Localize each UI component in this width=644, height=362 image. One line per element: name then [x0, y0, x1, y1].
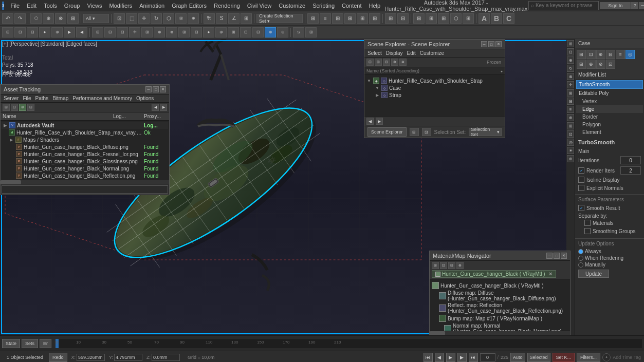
vp-icon-camera[interactable]: ◎ — [567, 139, 574, 146]
mn-close-btn[interactable]: ✕ — [561, 253, 567, 259]
at-menu-server[interactable]: Server — [4, 96, 19, 101]
angle-snap-btn[interactable]: ∠ — [228, 13, 240, 24]
tb2-btn8[interactable]: ⊞ — [92, 27, 103, 37]
selected-dropdown[interactable]: Selected — [527, 353, 550, 362]
at-nav-left[interactable]: ◀ — [152, 104, 159, 111]
ts-render-checkbox[interactable] — [578, 167, 584, 174]
at-minimize-btn[interactable]: ─ — [145, 86, 152, 92]
se-menu-customize[interactable]: Customize — [420, 50, 444, 56]
smoothing-groups-row[interactable]: Smoothing Groups — [578, 227, 641, 235]
menu-help[interactable]: Help — [366, 2, 384, 10]
se-tb-btn5[interactable]: ⊗ — [399, 59, 407, 66]
mn-row-4[interactable]: Normal map: Normal (Hunter_Gun_case_hang… — [432, 322, 568, 331]
vp-icon-2[interactable]: ⊡ — [567, 48, 574, 55]
menu-file[interactable]: File — [7, 2, 23, 10]
mn-row-1[interactable]: Diffuse map: Diffuse (Hunter_Gun_case_ha… — [432, 290, 568, 302]
tb2-btn2[interactable]: ⊡ — [14, 27, 26, 37]
when-rendering-radio[interactable] — [578, 256, 583, 261]
modifier-sub-border[interactable]: Border — [576, 113, 643, 121]
minimize-btn[interactable]: ─ — [639, 2, 644, 9]
bind-btn[interactable]: ⊞ — [67, 13, 79, 24]
tb2-btn1[interactable]: ⊞ — [2, 27, 13, 37]
when-rendering-row[interactable]: When Rendering — [578, 255, 641, 261]
at-menu-perf[interactable]: Performance and Memory — [72, 96, 132, 101]
menu-civil-view[interactable]: Civil View — [244, 2, 274, 10]
sets-btn[interactable]: Sets — [22, 339, 38, 348]
tb2-btn11[interactable]: ✛ — [129, 27, 140, 37]
smooth-result-checkbox[interactable] — [578, 205, 584, 211]
set-key-btn[interactable]: Set K... — [553, 353, 575, 362]
mn-btn2[interactable]: ⊡ — [440, 262, 447, 269]
materials-checkbox[interactable] — [584, 220, 591, 226]
redo-btn-status[interactable]: Redo — [49, 353, 67, 362]
rp-icon-5[interactable]: ≡ — [616, 50, 625, 59]
coord-y-value[interactable]: 4.791mm — [114, 354, 142, 361]
coord-x-value[interactable]: 559.326mm — [77, 354, 105, 361]
at-nav-right[interactable]: ▶ — [160, 104, 167, 111]
ts-explicit-checkbox[interactable] — [578, 185, 584, 191]
at-path-input[interactable] — [2, 185, 168, 194]
select-region-btn[interactable]: ⬚ — [126, 13, 137, 24]
at-btn4[interactable]: ⊟ — [27, 104, 34, 111]
ts-explicit-row[interactable]: Explicit Normals — [578, 184, 641, 192]
timeline-frame-bar[interactable]: 0 10 30 50 70 90 110 130 150 170 190 210 — [56, 339, 642, 348]
smoothing-groups-checkbox[interactable] — [584, 228, 591, 234]
se-nav-left[interactable]: ◀ — [366, 118, 374, 125]
vp-icon-3[interactable]: ⊕ — [567, 56, 574, 64]
materials-row[interactable]: Materials — [578, 219, 641, 227]
vp-icon-12[interactable]: ⊡ — [567, 130, 574, 138]
se-maximize-btn[interactable]: □ — [488, 41, 494, 47]
rp-icon-10[interactable]: ⊡ — [606, 60, 615, 69]
vp-icon-8[interactable]: ⊟ — [567, 98, 574, 105]
se-sel-dropdown[interactable]: Selection Set ▾ — [469, 128, 502, 136]
render-btn[interactable]: ⬡ — [450, 13, 462, 24]
vp-icon-zoom[interactable]: ⊕ — [567, 155, 574, 162]
always-radio[interactable] — [578, 249, 583, 254]
sign-in-btn[interactable]: Sign In — [600, 2, 631, 9]
menu-animation[interactable]: Animation — [136, 2, 168, 10]
mn-btn3[interactable]: ⊟ — [448, 262, 455, 269]
menu-group[interactable]: Group — [61, 2, 83, 10]
rp-icon-1[interactable]: ⊞ — [577, 50, 586, 59]
material-editor-btn[interactable]: ⊞ — [438, 13, 449, 24]
se-tb-btn1[interactable]: ⊡ — [366, 59, 374, 66]
at-btn1[interactable]: ⊞ — [3, 104, 10, 111]
menu-content[interactable]: Content — [339, 2, 365, 10]
vp-icon-light[interactable]: ☀ — [567, 147, 574, 154]
mn-row-0[interactable]: Hunter_Gun_case_hanger_Black ( VRayMtl ) — [432, 281, 568, 290]
se-menu-display[interactable]: Display — [386, 50, 403, 56]
mn-material-tag[interactable]: Hunter_Gun_case_hanger_Black ( VRayMtl )… — [432, 270, 556, 278]
se-nav-right[interactable]: ▶ — [376, 118, 383, 125]
rp-icon-7[interactable]: ⊞ — [577, 60, 586, 69]
prev-key-btn[interactable]: ⏮ — [424, 353, 433, 362]
snap-toggle-btn[interactable]: S — [216, 13, 227, 24]
undo-btn[interactable]: ↶ — [2, 13, 13, 24]
tb2-btn23[interactable]: ⊕ — [277, 27, 288, 37]
menu-scripting[interactable]: Scripting — [309, 2, 338, 10]
se-minimize-btn[interactable]: ─ — [481, 41, 487, 47]
menu-rendering[interactable]: Rendering — [211, 2, 243, 10]
at-menu-file[interactable]: File — [23, 96, 31, 101]
auto-dropdown[interactable]: Auto — [510, 353, 525, 362]
always-row[interactable]: Always — [578, 248, 641, 255]
tb2-btn6[interactable]: ▶ — [64, 27, 75, 37]
se-scene-explorer-btn[interactable]: Scene Explorer — [367, 127, 407, 137]
tb2-btn15[interactable]: ⊞ — [178, 27, 190, 37]
rp-icon-3[interactable]: ⊕ — [596, 50, 605, 59]
edit-btn[interactable]: Er — [40, 339, 51, 348]
menu-views[interactable]: Views — [84, 2, 105, 10]
curve-editor-btn[interactable]: ⊞ — [413, 13, 425, 24]
se-menu-select[interactable]: Select — [367, 50, 382, 56]
tb2-btn13[interactable]: ⊕ — [154, 27, 165, 37]
mn-row-3[interactable]: Bump map: Map #17 ( VRayNormalMap ) — [432, 314, 568, 322]
select-object-btn[interactable]: ⬡ — [30, 13, 42, 24]
tb2-btn14[interactable]: ⊗ — [166, 27, 177, 37]
at-menu-options[interactable]: Options — [136, 96, 154, 101]
tb2-snap-btn[interactable]: S — [293, 27, 304, 37]
tb2-btn21[interactable]: ⊟ — [252, 27, 264, 37]
menu-modifiers[interactable]: Modifiers — [106, 2, 136, 10]
at-row-glossiness[interactable]: P Hunter_Gun_case_hanger_Black_Glossines… — [2, 158, 168, 165]
align-btn[interactable]: ≡ — [320, 13, 331, 24]
at-row-vault[interactable]: ▶ V Autodesk Vault Log... — [2, 122, 168, 129]
frame-current-input[interactable] — [480, 353, 495, 361]
